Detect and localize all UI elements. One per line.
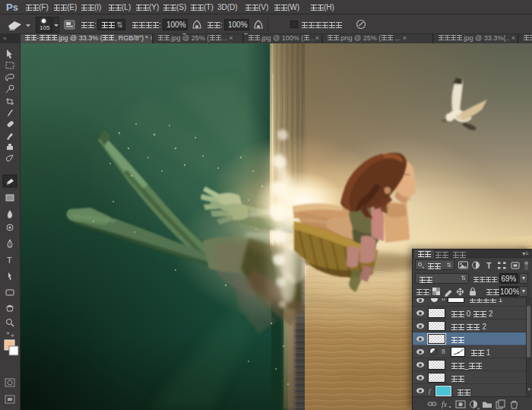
svg-text:fx: fx bbox=[442, 400, 448, 408]
svg-text:T: T bbox=[486, 261, 492, 270]
svg-text:T: T bbox=[7, 256, 12, 265]
